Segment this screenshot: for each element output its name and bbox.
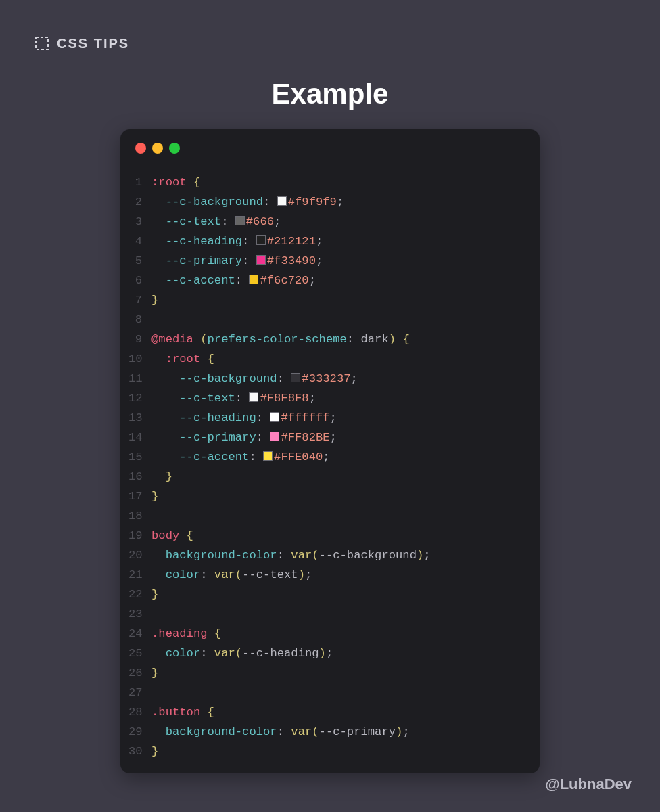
code-token: : — [249, 451, 263, 464]
line-number: 29 — [128, 722, 151, 742]
code-token — [179, 529, 186, 542]
code-content: :root { — [151, 173, 525, 192]
code-token — [151, 647, 166, 660]
code-token: #ffffff — [281, 411, 329, 424]
code-token: --c-primary — [166, 254, 242, 267]
code-token — [208, 627, 214, 640]
code-content: } — [151, 585, 525, 604]
line-number: 3 — [128, 212, 151, 231]
line-number: 22 — [128, 585, 151, 604]
code-token — [151, 274, 166, 287]
code-token: #666 — [246, 215, 274, 228]
code-content: color: var(--c-heading); — [151, 644, 525, 663]
line-number: 24 — [128, 624, 151, 644]
code-token — [151, 235, 166, 248]
header-label: CSS TIPS — [57, 36, 129, 51]
line-number: 5 — [128, 251, 151, 271]
code-content — [151, 506, 525, 526]
line-number: 7 — [128, 290, 151, 310]
code-token — [151, 196, 166, 208]
code-content: --c-text: #666; — [151, 212, 525, 231]
line-number: 11 — [128, 369, 151, 388]
code-line: 16 } — [128, 467, 525, 487]
code-content: --c-text: #F8F8F8; — [151, 388, 525, 408]
code-content: --c-primary: #FF82BE; — [151, 428, 525, 447]
code-token: } — [151, 588, 158, 601]
footer-credit: @LubnaDev — [545, 775, 632, 793]
code-line: 1:root { — [128, 173, 525, 192]
code-token — [151, 549, 166, 562]
code-token: @media — [151, 333, 193, 346]
code-line: 22} — [128, 585, 525, 604]
code-line: 18 — [128, 506, 525, 526]
code-token: color — [166, 568, 201, 581]
code-token: : dark — [347, 333, 389, 346]
code-token: --c-accent — [166, 274, 235, 287]
code-token: var — [214, 647, 235, 660]
code-token: { — [193, 176, 200, 189]
code-token: --c-heading — [242, 647, 319, 660]
code-token: : — [263, 196, 277, 208]
code-token: ( — [235, 647, 242, 660]
code-token: background-color — [166, 725, 277, 738]
code-token: : — [256, 411, 270, 424]
code-content: } — [151, 663, 525, 683]
code-token: #f9f9f9 — [288, 196, 337, 208]
page-title: Example — [0, 78, 660, 110]
code-content: } — [151, 742, 525, 761]
line-number: 27 — [128, 683, 151, 702]
code-token: ; — [323, 451, 329, 464]
maximize-icon[interactable] — [169, 143, 180, 154]
code-token: } — [151, 667, 158, 679]
code-token: ; — [274, 215, 281, 228]
code-token: .heading — [151, 627, 208, 640]
code-content: color: var(--c-text); — [151, 565, 525, 585]
line-number: 2 — [128, 192, 151, 212]
line-number: 25 — [128, 644, 151, 663]
minimize-icon[interactable] — [152, 143, 163, 154]
code-token: ; — [316, 254, 323, 267]
code-line: 5 --c-primary: #f33490; — [128, 251, 525, 271]
code-token — [151, 470, 166, 483]
code-content: --c-accent: #f6c720; — [151, 271, 525, 290]
code-token: #FFE040 — [274, 451, 323, 464]
code-token: ) — [417, 549, 423, 562]
code-content: .button { — [151, 702, 525, 722]
line-number: 19 — [128, 526, 151, 545]
svg-rect-0 — [36, 37, 48, 49]
code-token — [151, 215, 166, 228]
code-line: 28.button { — [128, 702, 525, 722]
code-token: prefers-color-scheme — [208, 333, 347, 346]
code-token: #FF82BE — [281, 431, 329, 444]
code-line: 13 --c-heading: #ffffff; — [128, 408, 525, 428]
code-token: --c-primary — [179, 431, 256, 444]
code-token: --c-text — [166, 215, 222, 228]
color-swatch — [277, 196, 287, 206]
color-swatch — [249, 392, 258, 402]
code-content: --c-background: #333237; — [151, 369, 525, 388]
code-line: 7} — [128, 290, 525, 310]
color-swatch — [249, 275, 258, 284]
code-line: 8 — [128, 310, 525, 330]
code-token: --c-background — [166, 196, 263, 208]
code-token: ; — [351, 372, 358, 385]
code-content: --c-primary: #f33490; — [151, 251, 525, 271]
code-token: : — [200, 568, 214, 581]
code-token — [151, 254, 166, 267]
line-number: 16 — [128, 467, 151, 487]
header: CSS TIPS — [34, 35, 129, 51]
code-line: 29 background-color: var(--c-primary); — [128, 722, 525, 742]
code-token: } — [151, 490, 158, 503]
color-swatch — [256, 255, 266, 265]
code-line: 9@media (prefers-color-scheme: dark) { — [128, 330, 525, 349]
line-number: 15 — [128, 447, 151, 467]
code-token — [151, 392, 179, 405]
close-icon[interactable] — [135, 143, 146, 154]
line-number: 12 — [128, 388, 151, 408]
code-token: :root — [151, 176, 187, 189]
code-token: #212121 — [267, 235, 316, 248]
code-token — [200, 353, 207, 365]
code-token: var — [214, 568, 235, 581]
code-token — [200, 706, 207, 719]
code-token: ; — [330, 431, 337, 444]
